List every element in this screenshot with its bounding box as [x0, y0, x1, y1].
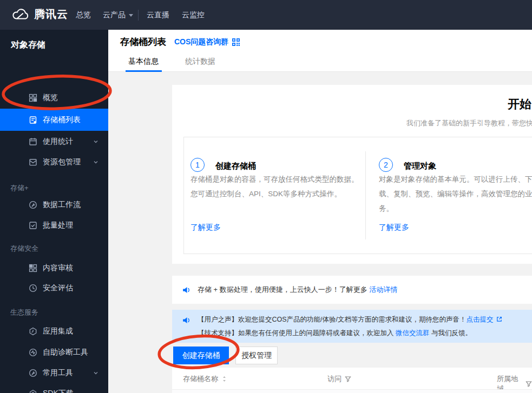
tencent-cloud-cos-console: 腾讯云 总览 云产品 云直播 云监控 对象存储 概览 存储桶列表: [0, 0, 532, 393]
calendar-icon: [29, 137, 37, 146]
filter-funnel-icon[interactable]: [526, 381, 532, 387]
chevron-down-icon: [93, 159, 98, 165]
onboarding-heading: 开始: [508, 96, 531, 112]
brand-logo[interactable]: 腾讯云: [11, 7, 68, 22]
megaphone-icon: [182, 285, 191, 297]
sidebar-item-batch-processing[interactable]: 批量处理: [0, 215, 108, 236]
caret-down-icon: [129, 14, 133, 17]
announcement-bar: 存储 + 数据处理，使用便捷，上云快人一步！了解更多 活动详情: [172, 276, 532, 304]
step-2-learn-more-link[interactable]: 了解更多: [379, 223, 409, 232]
qr-code-icon: [232, 38, 240, 46]
column-access[interactable]: 访问: [327, 374, 351, 384]
grid-icon: [29, 94, 37, 102]
sidebar-item-self-diagnosis[interactable]: 自助诊断工具: [0, 342, 108, 363]
step-2-desc: 对象是对象存储的基本单元。可以进行上传、下载、复制、预览、编辑等操作，高效管理您…: [379, 172, 532, 216]
package-icon: [29, 158, 37, 166]
megaphone-icon: [182, 316, 191, 327]
step-2-title: 管理对象: [404, 161, 436, 171]
sort-icon[interactable]: [221, 376, 227, 382]
wrench-circle-icon: [29, 201, 37, 209]
topbar: 腾讯云 总览 云产品 云直播 云监控: [0, 0, 532, 30]
bucket-table-header: 存储桶名称 访问 所属地域: [172, 368, 532, 393]
brand-name: 腾讯云: [34, 7, 68, 22]
step-divider: [365, 151, 366, 239]
sidebar-item-usage-stats[interactable]: 使用统计: [0, 131, 108, 152]
step-1-desc: 存储桶是对象的容器，可存放任何格式类型的数据。您可通过控制台、API、SDK等多…: [191, 172, 359, 201]
cloud-logo-icon: [11, 8, 29, 21]
active-tab-underline: [126, 70, 162, 72]
sidebar-item-sdk-download[interactable]: SDK下载: [0, 383, 108, 393]
tab-statistics[interactable]: 统计数据: [185, 57, 215, 66]
chevron-down-icon: [93, 139, 98, 144]
auth-management-button[interactable]: 授权管理: [235, 347, 278, 364]
wrench-circle-icon: [29, 369, 37, 377]
sidebar-item-data-workflow[interactable]: 数据工作流: [0, 195, 108, 215]
tab-basic-info[interactable]: 基本信息: [128, 57, 159, 66]
sidebar-section-storage-plus: 存储+: [10, 183, 108, 193]
content-header: 存储桶列表 COS问题咨询群 基本信息 统计数据: [108, 30, 532, 72]
sidebar-section-ecosystem: 生态服务: [10, 308, 108, 317]
external-link-icon: [496, 316, 503, 323]
sidebar-item-overview[interactable]: 概览: [0, 88, 108, 108]
sidebar-title: 对象存储: [11, 39, 45, 51]
step-1-number: 1: [191, 158, 205, 172]
onboarding-panel: 开始 我们准备了基础的新手引导教程，带您快速 1 创建存储桶 存储桶是对象的容器…: [172, 85, 532, 264]
grid-icon: [29, 264, 37, 272]
page-title: 存储桶列表: [120, 36, 166, 48]
gauge-icon: [29, 284, 37, 292]
topnav-divider: [138, 10, 139, 21]
wechat-group-link[interactable]: 微信交流群: [396, 329, 430, 337]
sidebar-section-storage-security: 存储安全: [10, 244, 108, 254]
hexagon-icon: [29, 327, 37, 336]
announcement-text: 存储 + 数据处理，使用便捷，上云快人一步！了解更多 活动详情: [198, 285, 397, 295]
sidebar-item-resource-packs[interactable]: 资源包管理: [0, 152, 108, 172]
topnav-live-streaming[interactable]: 云直播: [147, 0, 169, 30]
notice-banner: 【用户之声】欢迎您提交COS产品的功能/体验/文档等方面的需求和建议，期待您的声…: [172, 310, 532, 343]
sidebar-item-content-audit[interactable]: 内容审核: [0, 258, 108, 278]
notice-line-1: 【用户之声】欢迎您提交COS产品的功能/体验/文档等方面的需求和建议，期待您的声…: [198, 315, 503, 324]
chevron-down-icon: [93, 370, 98, 376]
bucket-list-icon: [29, 116, 37, 124]
onboarding-steps-box: 1 创建存储桶 存储桶是对象的容器，可存放任何格式类型的数据。您可通过控制台、A…: [183, 137, 532, 254]
topnav-cloud-products[interactable]: 云产品: [103, 0, 133, 30]
submit-feedback-link[interactable]: 点击提交: [467, 316, 494, 323]
pulse-circle-icon: [29, 348, 37, 357]
sdk-badge-icon: [29, 389, 37, 393]
main-content: 开始 我们准备了基础的新手引导教程，带您快速 1 创建存储桶 存储桶是对象的容器…: [108, 72, 532, 393]
sidebar-item-bucket-list[interactable]: 存储桶列表: [0, 109, 108, 131]
sidebar: 对象存储 概览 存储桶列表 使用统计 资源包: [0, 30, 108, 393]
onboarding-subheading: 我们准备了基础的新手引导教程，带您快速: [406, 118, 532, 128]
sidebar-item-app-integration[interactable]: 应用集成: [0, 321, 108, 342]
table-body-edge: [172, 390, 532, 393]
checkbox-icon: [29, 221, 37, 230]
step-2-number: 2: [379, 158, 393, 172]
notice-line-2: 【技术支持】如果您有任何使用上的问题障碍或者建议，欢迎加入 微信交流群 与我们反…: [198, 329, 472, 338]
topnav-overview[interactable]: 总览: [76, 0, 91, 30]
step-1-learn-more-link[interactable]: 了解更多: [191, 223, 221, 232]
sidebar-item-common-tools[interactable]: 常用工具: [0, 363, 108, 383]
create-bucket-button[interactable]: 创建存储桶: [173, 347, 229, 364]
filter-funnel-icon[interactable]: [345, 376, 351, 382]
cos-consult-group-link[interactable]: COS问题咨询群: [174, 37, 240, 47]
topnav-cloud-monitor[interactable]: 云监控: [182, 0, 205, 30]
sidebar-item-security-assessment[interactable]: 安全评估: [0, 278, 108, 298]
activity-details-link[interactable]: 活动详情: [369, 285, 397, 294]
column-bucket-name[interactable]: 存储桶名称: [183, 374, 227, 384]
step-1-title: 创建存储桶: [215, 161, 256, 171]
